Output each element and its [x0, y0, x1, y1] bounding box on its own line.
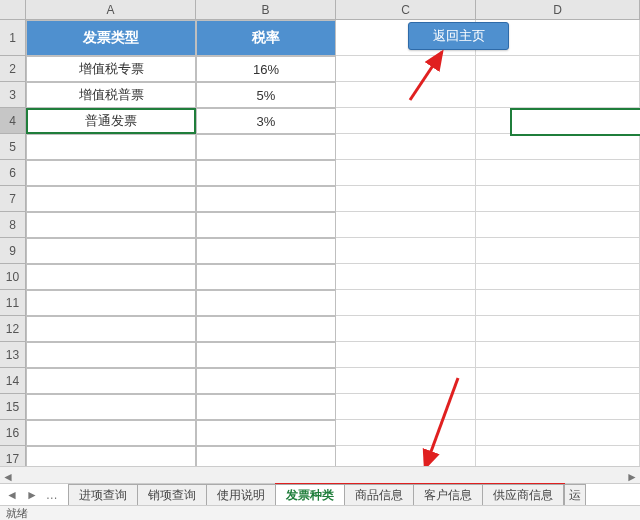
cell-A7[interactable] [26, 186, 196, 212]
cell-B5[interactable] [196, 134, 336, 160]
cell-C5[interactable] [336, 134, 476, 160]
cell-B7[interactable] [196, 186, 336, 212]
cell-D10[interactable] [476, 264, 640, 290]
tab-next-icon[interactable]: ► [24, 488, 40, 502]
cell-C16[interactable] [336, 420, 476, 446]
cell-B8[interactable] [196, 212, 336, 238]
row-header-5[interactable]: 5 [0, 134, 26, 160]
cell-C14[interactable] [336, 368, 476, 394]
cell-B3[interactable]: 5% [196, 82, 336, 108]
cell-D8[interactable] [476, 212, 640, 238]
row-header-6[interactable]: 6 [0, 160, 26, 186]
row-header-10[interactable]: 10 [0, 264, 26, 290]
cell-A17[interactable] [26, 446, 196, 467]
row-header-3[interactable]: 3 [0, 82, 26, 108]
sheet-tab-supplier[interactable]: 供应商信息 [482, 484, 564, 506]
cell-B12[interactable] [196, 316, 336, 342]
cell-D3[interactable] [476, 82, 640, 108]
row-header-1[interactable]: 1 [0, 20, 26, 56]
sheet-tab-instructions[interactable]: 使用说明 [206, 484, 276, 506]
cell-A16[interactable] [26, 420, 196, 446]
cell-B1[interactable]: 税率 [196, 20, 336, 56]
cell-C13[interactable] [336, 342, 476, 368]
cell-A11[interactable] [26, 290, 196, 316]
cell-D7[interactable] [476, 186, 640, 212]
cell-C7[interactable] [336, 186, 476, 212]
cell-A8[interactable] [26, 212, 196, 238]
cell-B11[interactable] [196, 290, 336, 316]
col-header-C[interactable]: C [336, 0, 476, 20]
cell-D2[interactable] [476, 56, 640, 82]
cell-B15[interactable] [196, 394, 336, 420]
cell-C6[interactable] [336, 160, 476, 186]
row-header-11[interactable]: 11 [0, 290, 26, 316]
cell-D14[interactable] [476, 368, 640, 394]
cell-D6[interactable] [476, 160, 640, 186]
cell-A6[interactable] [26, 160, 196, 186]
cell-C11[interactable] [336, 290, 476, 316]
sheet-tab-product[interactable]: 商品信息 [344, 484, 414, 506]
row-header-7[interactable]: 7 [0, 186, 26, 212]
row-header-14[interactable]: 14 [0, 368, 26, 394]
cell-B4[interactable]: 3% [196, 108, 336, 134]
cell-D9[interactable] [476, 238, 640, 264]
cell-C15[interactable] [336, 394, 476, 420]
cell-C4[interactable] [336, 108, 476, 134]
selection-box[interactable] [510, 108, 640, 136]
cell-C2[interactable] [336, 56, 476, 82]
cell-A15[interactable] [26, 394, 196, 420]
col-header-D[interactable]: D [476, 0, 640, 20]
cell-B14[interactable] [196, 368, 336, 394]
cell-C10[interactable] [336, 264, 476, 290]
cell-C9[interactable] [336, 238, 476, 264]
cell-C8[interactable] [336, 212, 476, 238]
cell-B16[interactable] [196, 420, 336, 446]
cell-D13[interactable] [476, 342, 640, 368]
row-header-4[interactable]: 4 [0, 108, 26, 134]
cell-A4[interactable]: 普通发票 [26, 108, 196, 134]
cell-B9[interactable] [196, 238, 336, 264]
cell-A3[interactable]: 增值税普票 [26, 82, 196, 108]
row-header-15[interactable]: 15 [0, 394, 26, 420]
sheet-tab-inbound[interactable]: 进项查询 [68, 484, 138, 506]
cell-D15[interactable] [476, 394, 640, 420]
cell-B10[interactable] [196, 264, 336, 290]
sheet-tab-outbound[interactable]: 销项查询 [137, 484, 207, 506]
cell-A1[interactable]: 发票类型 [26, 20, 196, 56]
cell-B13[interactable] [196, 342, 336, 368]
cell-D17[interactable] [476, 446, 640, 467]
return-home-button[interactable]: 返回主页 [408, 22, 509, 50]
spreadsheet-grid[interactable]: A B C D 1发票类型税率2增值税专票16%3增值税普票5%4普通发票3%5… [0, 0, 640, 467]
cell-B6[interactable] [196, 160, 336, 186]
row-header-13[interactable]: 13 [0, 342, 26, 368]
cell-C12[interactable] [336, 316, 476, 342]
cell-B2[interactable]: 16% [196, 56, 336, 82]
col-header-A[interactable]: A [26, 0, 196, 20]
col-header-B[interactable]: B [196, 0, 336, 20]
cell-D5[interactable] [476, 134, 640, 160]
sheet-tab-customer[interactable]: 客户信息 [413, 484, 483, 506]
cell-A5[interactable] [26, 134, 196, 160]
cell-A13[interactable] [26, 342, 196, 368]
cell-C17[interactable] [336, 446, 476, 467]
row-header-2[interactable]: 2 [0, 56, 26, 82]
row-header-8[interactable]: 8 [0, 212, 26, 238]
row-header-16[interactable]: 16 [0, 420, 26, 446]
cell-C3[interactable] [336, 82, 476, 108]
cell-B17[interactable] [196, 446, 336, 467]
cell-A2[interactable]: 增值税专票 [26, 56, 196, 82]
row-header-9[interactable]: 9 [0, 238, 26, 264]
cell-D11[interactable] [476, 290, 640, 316]
cell-D12[interactable] [476, 316, 640, 342]
cell-A14[interactable] [26, 368, 196, 394]
row-header-17[interactable]: 17 [0, 446, 26, 467]
select-all-corner[interactable] [0, 0, 26, 20]
cell-A10[interactable] [26, 264, 196, 290]
tab-prev-icon[interactable]: ◄ [4, 488, 20, 502]
sheet-tab-invoice-type[interactable]: 发票种类 [275, 484, 345, 506]
tab-more-icon[interactable]: … [44, 488, 60, 502]
cell-D16[interactable] [476, 420, 640, 446]
cell-A12[interactable] [26, 316, 196, 342]
row-header-12[interactable]: 12 [0, 316, 26, 342]
sheet-tab-overflow[interactable]: 运 [564, 484, 586, 506]
